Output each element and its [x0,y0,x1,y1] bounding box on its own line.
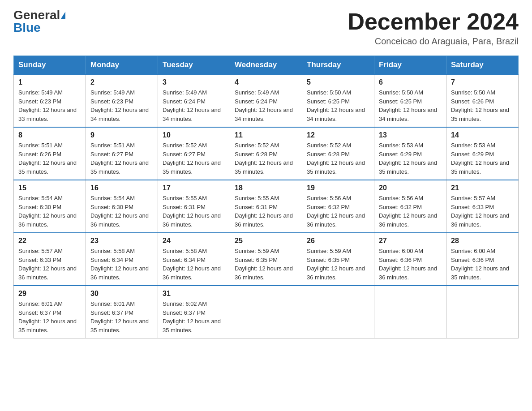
day-number: 2 [90,78,153,86]
day-info: Sunrise: 5:53 AMSunset: 6:29 PMDaylight:… [379,142,437,175]
day-info: Sunrise: 5:53 AMSunset: 6:29 PMDaylight:… [451,142,509,175]
calendar-header: SundayMondayTuesdayWednesdayThursdayFrid… [14,56,519,75]
day-number: 23 [90,237,153,245]
day-of-week-header: Saturday [446,56,519,75]
day-number: 3 [163,78,225,86]
calendar-week-row: 22 Sunrise: 5:57 AMSunset: 6:33 PMDaylig… [14,233,519,286]
calendar-day-cell: 8 Sunrise: 5:51 AMSunset: 6:26 PMDayligh… [14,127,86,180]
logo: General Blue [13,9,65,34]
calendar-day-cell [446,286,519,338]
day-info: Sunrise: 5:51 AMSunset: 6:26 PMDaylight:… [18,142,77,175]
day-number: 4 [235,78,297,86]
calendar-week-row: 8 Sunrise: 5:51 AMSunset: 6:26 PMDayligh… [14,127,519,180]
day-number: 6 [379,78,442,86]
day-number: 24 [163,237,225,245]
calendar-day-cell: 29 Sunrise: 6:01 AMSunset: 6:37 PMDaylig… [14,286,86,338]
day-number: 17 [163,184,225,192]
day-number: 10 [163,131,225,139]
day-number: 25 [235,237,297,245]
day-number: 26 [307,237,369,245]
calendar-day-cell: 10 Sunrise: 5:52 AMSunset: 6:27 PMDaylig… [158,127,230,180]
day-info: Sunrise: 5:54 AMSunset: 6:30 PMDaylight:… [18,195,77,228]
day-info: Sunrise: 6:01 AMSunset: 6:37 PMDaylight:… [18,300,77,334]
day-of-week-header: Sunday [14,56,86,75]
day-info: Sunrise: 6:02 AMSunset: 6:37 PMDaylight:… [163,300,221,334]
calendar-day-cell: 14 Sunrise: 5:53 AMSunset: 6:29 PMDaylig… [446,127,519,180]
logo-general-text: General [13,9,60,21]
day-info: Sunrise: 6:00 AMSunset: 6:36 PMDaylight:… [451,248,509,281]
day-of-week-header: Thursday [302,56,374,75]
calendar-day-cell: 23 Sunrise: 5:58 AMSunset: 6:34 PMDaylig… [86,233,158,286]
day-info: Sunrise: 5:59 AMSunset: 6:35 PMDaylight:… [307,248,365,281]
day-number: 31 [163,290,225,298]
calendar-day-cell: 16 Sunrise: 5:54 AMSunset: 6:30 PMDaylig… [86,180,158,233]
day-headers-row: SundayMondayTuesdayWednesdayThursdayFrid… [14,56,519,75]
day-info: Sunrise: 5:50 AMSunset: 6:26 PMDaylight:… [451,89,509,122]
day-info: Sunrise: 5:55 AMSunset: 6:31 PMDaylight:… [235,195,293,228]
calendar-day-cell: 27 Sunrise: 6:00 AMSunset: 6:36 PMDaylig… [374,233,446,286]
day-info: Sunrise: 5:50 AMSunset: 6:25 PMDaylight:… [307,89,365,122]
day-number: 12 [307,131,369,139]
day-number: 18 [235,184,297,192]
calendar-day-cell: 19 Sunrise: 5:56 AMSunset: 6:32 PMDaylig… [302,180,374,233]
day-info: Sunrise: 5:52 AMSunset: 6:27 PMDaylight:… [163,142,221,175]
day-of-week-header: Friday [374,56,446,75]
day-info: Sunrise: 5:55 AMSunset: 6:31 PMDaylight:… [163,195,221,228]
day-info: Sunrise: 5:49 AMSunset: 6:24 PMDaylight:… [163,89,221,122]
day-info: Sunrise: 5:49 AMSunset: 6:24 PMDaylight:… [235,89,293,122]
calendar-week-row: 29 Sunrise: 6:01 AMSunset: 6:37 PMDaylig… [14,286,519,338]
calendar-day-cell: 18 Sunrise: 5:55 AMSunset: 6:31 PMDaylig… [230,180,302,233]
day-number: 14 [451,131,514,139]
day-number: 13 [379,131,442,139]
calendar-day-cell: 5 Sunrise: 5:50 AMSunset: 6:25 PMDayligh… [302,74,374,127]
calendar-day-cell: 4 Sunrise: 5:49 AMSunset: 6:24 PMDayligh… [230,74,302,127]
day-number: 21 [451,184,514,192]
calendar-day-cell: 26 Sunrise: 5:59 AMSunset: 6:35 PMDaylig… [302,233,374,286]
day-number: 11 [235,131,297,139]
calendar-day-cell: 7 Sunrise: 5:50 AMSunset: 6:26 PMDayligh… [446,74,519,127]
day-info: Sunrise: 5:54 AMSunset: 6:30 PMDaylight:… [90,195,149,228]
calendar-day-cell: 2 Sunrise: 5:49 AMSunset: 6:23 PMDayligh… [86,74,158,127]
calendar-day-cell: 13 Sunrise: 5:53 AMSunset: 6:29 PMDaylig… [374,127,446,180]
day-info: Sunrise: 5:50 AMSunset: 6:25 PMDaylight:… [379,89,437,122]
day-info: Sunrise: 5:52 AMSunset: 6:28 PMDaylight:… [235,142,293,175]
day-number: 15 [18,184,81,192]
day-info: Sunrise: 5:49 AMSunset: 6:23 PMDaylight:… [90,89,149,122]
day-number: 27 [379,237,442,245]
calendar-day-cell: 22 Sunrise: 5:57 AMSunset: 6:33 PMDaylig… [14,233,86,286]
calendar-day-cell: 30 Sunrise: 6:01 AMSunset: 6:37 PMDaylig… [86,286,158,338]
day-info: Sunrise: 5:57 AMSunset: 6:33 PMDaylight:… [18,248,77,281]
day-info: Sunrise: 5:56 AMSunset: 6:32 PMDaylight:… [307,195,365,228]
day-info: Sunrise: 5:59 AMSunset: 6:35 PMDaylight:… [235,248,293,281]
day-info: Sunrise: 5:51 AMSunset: 6:27 PMDaylight:… [90,142,149,175]
day-of-week-header: Tuesday [158,56,230,75]
day-info: Sunrise: 6:01 AMSunset: 6:37 PMDaylight:… [90,300,149,334]
day-info: Sunrise: 5:58 AMSunset: 6:34 PMDaylight:… [163,248,221,281]
calendar-day-cell: 9 Sunrise: 5:51 AMSunset: 6:27 PMDayligh… [86,127,158,180]
day-number: 9 [90,131,153,139]
day-number: 28 [451,237,514,245]
day-info: Sunrise: 5:58 AMSunset: 6:34 PMDaylight:… [90,248,149,281]
day-info: Sunrise: 5:57 AMSunset: 6:33 PMDaylight:… [451,195,509,228]
calendar-day-cell: 31 Sunrise: 6:02 AMSunset: 6:37 PMDaylig… [158,286,230,338]
calendar-day-cell: 3 Sunrise: 5:49 AMSunset: 6:24 PMDayligh… [158,74,230,127]
day-number: 22 [18,237,81,245]
calendar-day-cell: 11 Sunrise: 5:52 AMSunset: 6:28 PMDaylig… [230,127,302,180]
calendar-table: SundayMondayTuesdayWednesdayThursdayFrid… [13,56,519,338]
day-number: 8 [18,131,81,139]
day-number: 16 [90,184,153,192]
calendar-day-cell: 28 Sunrise: 6:00 AMSunset: 6:36 PMDaylig… [446,233,519,286]
calendar-day-cell: 17 Sunrise: 5:55 AMSunset: 6:31 PMDaylig… [158,180,230,233]
calendar-day-cell: 12 Sunrise: 5:52 AMSunset: 6:28 PMDaylig… [302,127,374,180]
calendar-day-cell: 1 Sunrise: 5:49 AMSunset: 6:23 PMDayligh… [14,74,86,127]
day-info: Sunrise: 5:49 AMSunset: 6:23 PMDaylight:… [18,89,77,122]
day-of-week-header: Monday [86,56,158,75]
day-number: 30 [90,290,153,298]
day-number: 29 [18,290,81,298]
calendar-week-row: 15 Sunrise: 5:54 AMSunset: 6:30 PMDaylig… [14,180,519,233]
day-number: 19 [307,184,369,192]
main-title: December 2024 [348,9,519,34]
day-number: 7 [451,78,514,86]
day-number: 5 [307,78,369,86]
calendar-body: 1 Sunrise: 5:49 AMSunset: 6:23 PMDayligh… [14,74,519,338]
